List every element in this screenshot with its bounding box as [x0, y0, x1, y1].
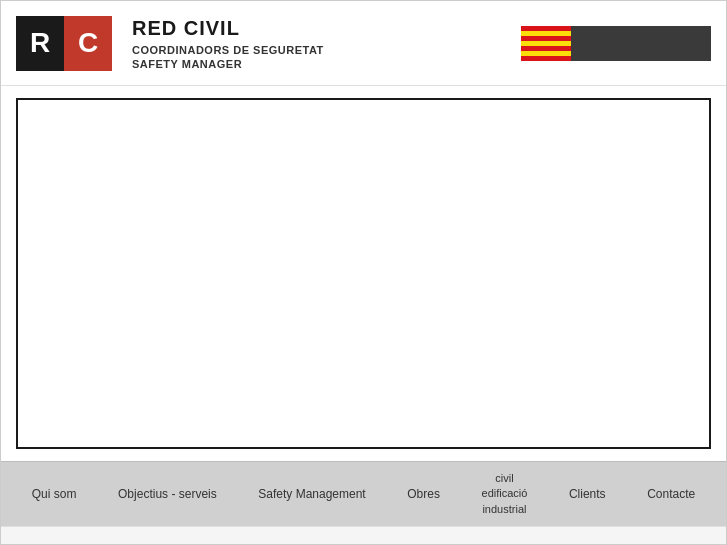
logo-c: C — [64, 16, 112, 71]
nav-obres-sub[interactable]: civil edificació industrial — [474, 467, 536, 521]
header-flag-area — [521, 26, 711, 61]
obres-sub-industrial: industrial — [482, 502, 526, 517]
header: R C RED CIVIL COORDINADORS DE SEGURETAT … — [1, 1, 726, 86]
nav-qui-som[interactable]: Qui som — [24, 483, 85, 505]
svg-rect-3 — [521, 46, 571, 51]
nav-objectius-serveis[interactable]: Objectius - serveis — [110, 483, 225, 505]
svg-rect-0 — [521, 26, 571, 61]
logo-r: R — [16, 16, 64, 71]
main-content — [1, 86, 726, 461]
svg-rect-2 — [521, 36, 571, 41]
subtitle-english: SAFETY MANAGER — [132, 58, 324, 70]
nav-obres[interactable]: Obres — [399, 483, 448, 505]
subtitle-catalan: COORDINADORS DE SEGURETAT — [132, 44, 324, 56]
nav-bar: Qui som Objectius - serveis Safety Manag… — [1, 461, 726, 526]
footer — [1, 526, 726, 544]
obres-sub-civil: civil — [495, 471, 513, 486]
page-wrapper: R C RED CIVIL COORDINADORS DE SEGURETAT … — [0, 0, 727, 545]
flag-dark-bar — [571, 26, 711, 61]
catalan-flag-icon — [521, 26, 571, 61]
nav-clients[interactable]: Clients — [561, 483, 614, 505]
svg-rect-4 — [521, 56, 571, 61]
nav-safety-management[interactable]: Safety Management — [250, 483, 373, 505]
svg-rect-1 — [521, 26, 571, 31]
nav-items: Qui som Objectius - serveis Safety Manag… — [11, 467, 716, 521]
obres-sub-edificacio: edificació — [482, 486, 528, 501]
logo-box: R C — [16, 16, 112, 71]
site-title: RED CIVIL — [132, 17, 324, 40]
content-box — [16, 98, 711, 449]
header-text: RED CIVIL COORDINADORS DE SEGURETAT SAFE… — [132, 17, 324, 70]
nav-contacte[interactable]: Contacte — [639, 483, 703, 505]
